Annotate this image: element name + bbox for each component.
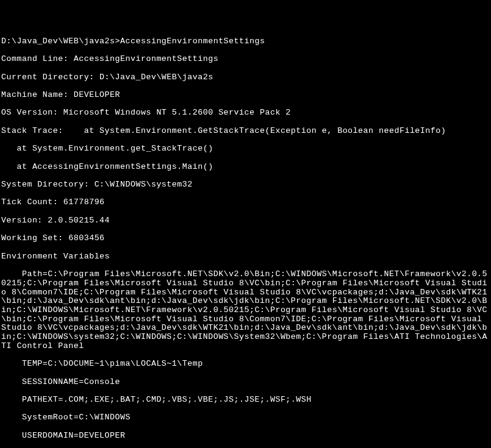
env-pathext-output: PATHEXT=.COM;.EXE;.BAT;.CMD;.VBS;.VBE;.J…: [1, 396, 490, 405]
command-line-output: Command Line: AccessingEnvironmentSettin…: [1, 55, 490, 64]
env-sessionname-output: SESSIONNAME=Console: [1, 378, 490, 387]
working-set-output: Working Set: 6803456: [1, 234, 490, 243]
stack-trace-line: at System.Environment.get_StackTrace(): [1, 144, 490, 154]
env-systemroot-output: SystemRoot=C:\WINDOWS: [1, 413, 490, 422]
version-output: Version: 2.0.50215.44: [1, 216, 490, 226]
env-userdomain-output: USERDOMAIN=DEVELOPER: [1, 432, 490, 441]
tick-count-output: Tick Count: 61778796: [1, 198, 490, 207]
console-prompt-line: D:\Java_Dev\WEB\java2s>AccessingEnvironm…: [1, 37, 490, 46]
current-directory-output: Current Directory: D:\Java_Dev\WEB\java2…: [1, 73, 490, 82]
machine-name-output: Machine Name: DEVELOPER: [1, 91, 490, 100]
env-variables-header: Environment Variables: [1, 252, 490, 261]
env-temp-output: TEMP=C:\DOCUME~1\pima\LOCALS~1\Temp: [1, 360, 490, 369]
stack-trace-line: at AccessingEnvironmentSettings.Main(): [1, 163, 490, 172]
stack-trace-header: Stack Trace: at System.Environment.GetSt…: [1, 127, 490, 136]
os-version-output: OS Version: Microsoft Windows NT 5.1.260…: [1, 108, 490, 118]
system-directory-output: System Directory: C:\WINDOWS\system32: [1, 180, 490, 190]
env-path-output: Path=C:\Program Files\Microsoft.NET\SDK\…: [1, 270, 490, 350]
